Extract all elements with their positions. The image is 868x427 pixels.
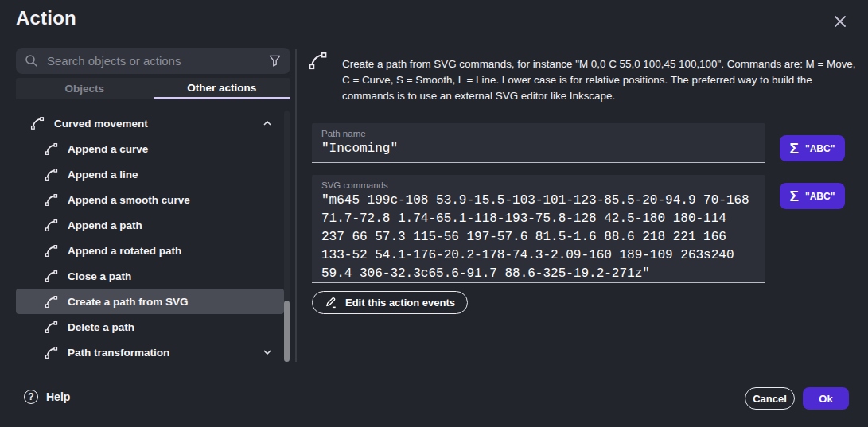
list-item-create-a-path-from-svg[interactable]: Create a path from SVG — [16, 289, 284, 314]
edit-button-label: Edit this action events — [345, 297, 455, 309]
curve-icon — [29, 115, 45, 131]
ok-button[interactable]: Ok — [803, 387, 849, 410]
list-scrollbar[interactable] — [284, 111, 290, 362]
search-box[interactable] — [16, 48, 290, 74]
help-link[interactable]: ? Help — [24, 390, 70, 404]
list-group-curved-movement[interactable]: Curved movement — [16, 111, 284, 136]
list-item-label: Delete a path — [68, 321, 134, 333]
field-value[interactable]: "Incoming" — [321, 140, 756, 157]
curve-icon — [44, 269, 59, 284]
expression-button-label: "ABC" — [805, 143, 835, 154]
list-item-label: Append a curve — [68, 143, 148, 155]
curve-icon — [44, 167, 59, 182]
pencil-icon — [325, 296, 338, 309]
list-item-label: Append a smooth curve — [68, 194, 190, 206]
sigma-icon: Σ — [790, 141, 799, 156]
curve-icon — [44, 320, 59, 335]
list-item-append-a-rotated-path[interactable]: Append a rotated path — [16, 238, 284, 263]
list-item-append-a-path[interactable]: Append a path — [16, 212, 284, 238]
list-item-label: Curved movement — [54, 118, 148, 130]
curve-icon — [44, 192, 59, 208]
panel-divider — [295, 49, 297, 362]
search-icon — [25, 54, 38, 68]
cancel-button[interactable]: Cancel — [745, 387, 795, 410]
help-label: Help — [46, 390, 70, 403]
list-group-path-transformation[interactable]: Path transformation — [16, 340, 284, 365]
curve-icon — [44, 294, 59, 309]
field-value[interactable]: "m645 199c-108 53.9-15.5-103-101-123-85.… — [321, 192, 756, 283]
list-item-append-a-curve[interactable]: Append a curve — [16, 136, 284, 161]
sigma-icon: Σ — [790, 188, 799, 204]
actions-list: Curved movement Append a curve Append a … — [16, 111, 284, 365]
list-item-append-a-smooth-curve[interactable]: Append a smooth curve — [16, 187, 284, 212]
curve-icon — [44, 218, 59, 233]
expression-editor-button[interactable]: Σ "ABC" — [780, 135, 845, 161]
help-icon: ? — [24, 390, 38, 404]
list-item-label: Create a path from SVG — [68, 296, 189, 308]
list-item-delete-a-path[interactable]: Delete a path — [16, 314, 284, 340]
curve-icon — [307, 50, 329, 72]
curve-icon — [44, 243, 59, 258]
list-item-label: Close a path — [68, 270, 131, 282]
list-item-label: Path transformation — [68, 347, 169, 359]
close-button[interactable] — [831, 13, 849, 30]
expression-editor-button[interactable]: Σ "ABC" — [780, 183, 845, 209]
action-description: Create a path from SVG commands, for ins… — [342, 56, 856, 104]
curve-icon — [44, 345, 59, 360]
edit-action-events-button[interactable]: Edit this action events — [312, 291, 468, 314]
search-input[interactable] — [45, 53, 261, 68]
tab-objects[interactable]: Objects — [16, 78, 154, 99]
list-item-label: Append a rotated path — [68, 245, 181, 257]
close-icon — [833, 14, 847, 29]
list-item-append-a-line[interactable]: Append a line — [16, 161, 284, 187]
list-item-label: Append a line — [68, 169, 138, 181]
svg-commands-field[interactable]: SVG commands "m645 199c-108 53.9-15.5-10… — [312, 175, 765, 283]
expression-button-label: "ABC" — [805, 191, 835, 202]
path-name-field[interactable]: Path name "Incoming" — [312, 123, 765, 163]
field-label: Path name — [321, 129, 756, 138]
chevron-up-icon[interactable] — [262, 118, 273, 129]
list-item-label: Append a path — [68, 219, 142, 231]
tab-other-actions[interactable]: Other actions — [154, 78, 291, 99]
list-item-close-a-path[interactable]: Close a path — [16, 263, 284, 289]
filter-icon[interactable] — [268, 54, 282, 68]
curve-icon — [44, 142, 59, 157]
tab-bar: Objects Other actions — [16, 78, 290, 99]
chevron-down-icon[interactable] — [262, 347, 273, 358]
scrollbar-thumb[interactable] — [284, 301, 290, 362]
dialog-title: Action — [16, 7, 76, 29]
field-label: SVG commands — [321, 181, 756, 190]
